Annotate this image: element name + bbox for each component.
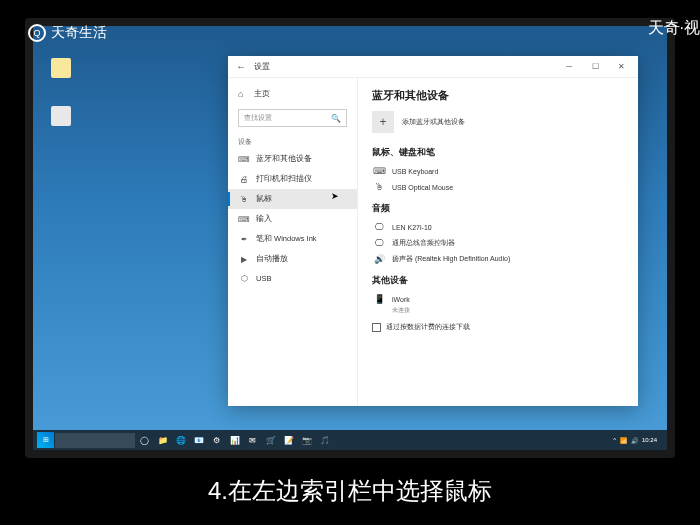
device-icon: ⌨ (372, 166, 386, 176)
search-placeholder: 查找设置 (244, 113, 272, 123)
metered-checkbox-row[interactable]: 通过按数据计费的连接下载 (372, 323, 624, 332)
tray-volume-icon[interactable]: 🔊 (631, 437, 638, 444)
sidebar-item-6[interactable]: ⬡USB (228, 269, 357, 288)
device-row[interactable]: 🔊扬声器 (Realtek High Definition Audio) (372, 251, 624, 267)
taskbar-app-8[interactable]: 📝 (280, 432, 297, 448)
taskbar-app-5[interactable]: 📊 (226, 432, 243, 448)
add-device-label: 添加蓝牙或其他设备 (402, 117, 465, 127)
sidebar-item-4[interactable]: ✒笔和 Windows Ink (228, 229, 357, 249)
section-heading: 其他设备 (372, 275, 624, 287)
add-device-button[interactable]: + 添加蓝牙或其他设备 (372, 111, 624, 133)
device-name: LEN K27i-10 (392, 224, 432, 231)
nav-label: 打印机和扫描仪 (256, 174, 312, 184)
nav-label: 输入 (256, 214, 272, 224)
watermark-text: 天奇生活 (51, 24, 107, 42)
device-icon: 🖱 (372, 182, 386, 192)
home-link[interactable]: ⌂ 主页 (228, 84, 357, 103)
taskbar: ⊞ ◯📁🌐📧⚙📊✉🛒📝📷🎵 ^ 📶 🔊 10:24 (33, 430, 667, 450)
nav-label: 蓝牙和其他设备 (256, 154, 312, 164)
section-heading: 音频 (372, 203, 624, 215)
device-row[interactable]: 📱iWork (372, 291, 624, 307)
nav-label: 鼠标 (256, 194, 272, 204)
sidebar-item-5[interactable]: ▶自动播放 (228, 249, 357, 269)
home-icon: ⌂ (238, 89, 248, 99)
nav-icon: 🖨 (238, 175, 250, 184)
taskbar-app-4[interactable]: ⚙ (208, 432, 225, 448)
nav-icon: ▶ (238, 255, 250, 264)
taskbar-app-2[interactable]: 🌐 (172, 432, 189, 448)
device-name: USB Optical Mouse (392, 184, 453, 191)
watermark-top-left: Q 天奇生活 (28, 24, 107, 42)
device-sub: 未连接 (392, 306, 624, 315)
tray-chevron-icon[interactable]: ^ (613, 437, 616, 443)
taskbar-search[interactable] (55, 433, 135, 448)
device-row[interactable]: ⌨USB Keyboard (372, 163, 624, 179)
device-icon: 📱 (372, 294, 386, 304)
taskbar-app-1[interactable]: 📁 (154, 432, 171, 448)
device-name: 通用总线音频控制器 (392, 238, 455, 248)
category-label: 设备 (228, 133, 357, 149)
system-tray[interactable]: ^ 📶 🔊 10:24 (613, 437, 663, 444)
folder-icon (51, 58, 71, 78)
sidebar-item-0[interactable]: ⌨蓝牙和其他设备 (228, 149, 357, 169)
plus-icon: + (372, 111, 394, 133)
tray-time[interactable]: 10:24 (642, 437, 657, 443)
home-label: 主页 (254, 88, 270, 99)
watermark-top-right: 天奇·视 (648, 18, 700, 39)
video-caption: 4.在左边索引栏中选择鼠标 (0, 475, 700, 507)
section-heading: 鼠标、键盘和笔 (372, 147, 624, 159)
device-icon: 🖵 (372, 238, 386, 248)
device-icon: 🖵 (372, 222, 386, 232)
content-pane: 蓝牙和其他设备 + 添加蓝牙或其他设备 鼠标、键盘和笔⌨USB Keyboard… (358, 78, 638, 406)
taskbar-app-6[interactable]: ✉ (244, 432, 261, 448)
window-body: ⌂ 主页 查找设置 🔍 设备 ⌨蓝牙和其他设备🖨打印机和扫描仪🖱鼠标⌨输入✒笔和… (228, 78, 638, 406)
close-button[interactable]: ✕ (608, 56, 634, 77)
nav-icon: 🖱 (238, 195, 250, 204)
file-icon (51, 106, 71, 126)
sidebar-item-3[interactable]: ⌨输入 (228, 209, 357, 229)
sidebar-item-1[interactable]: 🖨打印机和扫描仪 (228, 169, 357, 189)
logo-icon: Q (28, 24, 46, 42)
titlebar: ← 设置 ─ ☐ ✕ (228, 56, 638, 78)
tray-network-icon[interactable]: 📶 (620, 437, 627, 444)
taskbar-app-9[interactable]: 📷 (298, 432, 315, 448)
sidebar-item-2[interactable]: 🖱鼠标 (228, 189, 357, 209)
sidebar: ⌂ 主页 查找设置 🔍 设备 ⌨蓝牙和其他设备🖨打印机和扫描仪🖱鼠标⌨输入✒笔和… (228, 78, 358, 406)
nav-label: 笔和 Windows Ink (256, 234, 317, 244)
nav-label: USB (256, 274, 271, 283)
checkbox-label: 通过按数据计费的连接下载 (386, 323, 470, 332)
device-row[interactable]: 🖵LEN K27i-10 (372, 219, 624, 235)
taskbar-app-3[interactable]: 📧 (190, 432, 207, 448)
maximize-button[interactable]: ☐ (582, 56, 608, 77)
start-button[interactable]: ⊞ (37, 432, 54, 448)
taskbar-app-7[interactable]: 🛒 (262, 432, 279, 448)
device-icon: 🔊 (372, 254, 386, 264)
device-row[interactable]: 🖵通用总线音频控制器 (372, 235, 624, 251)
search-icon: 🔍 (331, 114, 341, 123)
nav-label: 自动播放 (256, 254, 288, 264)
search-input[interactable]: 查找设置 🔍 (238, 109, 347, 127)
minimize-button[interactable]: ─ (556, 56, 582, 77)
nav-icon: ⌨ (238, 215, 250, 224)
device-name: 扬声器 (Realtek High Definition Audio) (392, 254, 510, 264)
checkbox-icon[interactable] (372, 323, 381, 332)
taskbar-app-0[interactable]: ◯ (136, 432, 153, 448)
desktop-icon-file[interactable] (47, 106, 75, 128)
nav-icon: ✒ (238, 235, 250, 244)
desktop-icon-folder[interactable] (47, 58, 75, 80)
window-title: 设置 (254, 61, 270, 72)
nav-icon: ⌨ (238, 155, 250, 164)
desktop-screen[interactable]: ← 设置 ─ ☐ ✕ ⌂ 主页 查找设置 🔍 设备 ⌨蓝牙和其他设备🖨打印机和扫… (33, 26, 667, 450)
nav-icon: ⬡ (238, 274, 250, 283)
taskbar-app-10[interactable]: 🎵 (316, 432, 333, 448)
device-name: iWork (392, 296, 410, 303)
device-row[interactable]: 🖱USB Optical Mouse (372, 179, 624, 195)
device-name: USB Keyboard (392, 168, 438, 175)
settings-window: ← 设置 ─ ☐ ✕ ⌂ 主页 查找设置 🔍 设备 ⌨蓝牙和其他设备🖨打印机和扫… (228, 56, 638, 406)
monitor-bezel: ← 设置 ─ ☐ ✕ ⌂ 主页 查找设置 🔍 设备 ⌨蓝牙和其他设备🖨打印机和扫… (25, 18, 675, 458)
page-title: 蓝牙和其他设备 (372, 88, 624, 103)
back-button[interactable]: ← (232, 61, 250, 72)
